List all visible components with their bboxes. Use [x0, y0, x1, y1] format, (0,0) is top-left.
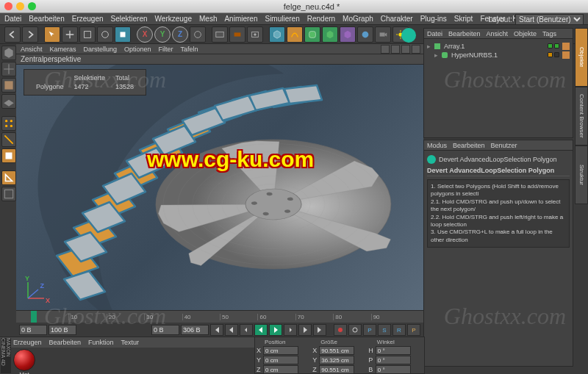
coord-rot-h[interactable] — [376, 346, 411, 355]
menu-animieren[interactable]: Animieren — [224, 15, 257, 23]
mat-menu-textur[interactable]: Textur — [121, 339, 140, 346]
tab-struktur[interactable]: Struktur — [575, 145, 588, 204]
attr-menu-modus[interactable]: Modus — [427, 142, 447, 149]
obj-menu-ansicht[interactable]: Ansicht — [487, 30, 509, 37]
tl-current-frame[interactable] — [151, 325, 179, 335]
prev-key-button[interactable] — [225, 324, 238, 336]
vp-nav-grid-icon[interactable] — [412, 45, 420, 54]
timeline-ruler[interactable]: 0 10 20 30 40 50 60 70 80 90 — [16, 311, 423, 323]
visibility-dots[interactable] — [546, 43, 559, 50]
menu-rendern[interactable]: Rendern — [307, 15, 335, 23]
record-button[interactable] — [334, 324, 347, 336]
menu-mograph[interactable]: MoGraph — [343, 15, 373, 23]
attr-menu-bearbeiten[interactable]: Bearbeiten — [453, 142, 485, 149]
coord-rot-b[interactable] — [376, 365, 411, 374]
environment-button[interactable] — [357, 26, 373, 43]
scale-tool-button[interactable] — [79, 26, 96, 43]
obj-menu-bearbeiten[interactable]: Bearbeiten — [448, 30, 481, 37]
key-rot-button[interactable]: R — [392, 324, 406, 336]
generator-button[interactable] — [322, 26, 338, 43]
tree-item-array[interactable]: ▸ Array.1 — [427, 42, 570, 51]
coord-pos-x[interactable] — [263, 346, 298, 355]
texture-mode-button[interactable] — [1, 78, 16, 93]
attr-menu-benutzer[interactable]: Benutzer — [491, 142, 517, 149]
goto-end-button[interactable] — [313, 324, 326, 336]
vp-menu-filter[interactable]: Filter — [159, 46, 173, 53]
undo-button[interactable] — [4, 26, 21, 43]
vp-menu-darstellung[interactable]: Darstellung — [84, 46, 118, 53]
recent-tool-button[interactable] — [115, 26, 131, 43]
z-axis-button[interactable]: Z — [172, 26, 188, 43]
coord-size-z[interactable] — [319, 365, 354, 374]
autokey-button[interactable] — [348, 324, 362, 336]
polygon-mode-button[interactable] — [1, 148, 16, 163]
snap-button[interactable] — [1, 187, 16, 201]
move-tool-button[interactable] — [62, 26, 78, 43]
layout-dropdown[interactable]: Start (Benutzer) — [515, 14, 584, 25]
vp-menu-optionen[interactable]: Optionen — [124, 46, 151, 53]
menu-werkzeuge[interactable]: Werkzeuge — [155, 15, 192, 23]
edge-mode-button[interactable] — [1, 132, 16, 147]
coords-button[interactable] — [190, 26, 206, 43]
minimize-window-button[interactable] — [16, 2, 24, 10]
render-settings-button[interactable] — [247, 26, 263, 43]
tab-content-browser[interactable]: Content Browser — [575, 87, 588, 145]
key-param-button[interactable]: P — [407, 324, 420, 336]
coord-rot-p[interactable] — [376, 356, 411, 364]
zoom-window-button[interactable] — [28, 2, 36, 10]
mat-menu-bearbeiten[interactable]: Bearbeiten — [49, 339, 82, 346]
vp-nav-rotate-icon[interactable] — [401, 45, 410, 54]
visibility-dots[interactable] — [546, 51, 559, 59]
menu-erzeugen[interactable]: Erzeugen — [72, 15, 104, 23]
axis-button[interactable] — [1, 170, 16, 185]
workplane-mode-button[interactable] — [1, 94, 16, 109]
tl-end-frame[interactable] — [49, 325, 76, 335]
vp-menu-tafeln[interactable]: Tafeln — [181, 46, 198, 53]
tl-total-frame[interactable] — [181, 325, 209, 335]
material-preview[interactable] — [13, 349, 35, 371]
next-frame-button[interactable] — [284, 324, 297, 336]
render-view-button[interactable] — [212, 26, 228, 43]
coord-pos-z[interactable] — [263, 365, 298, 374]
menu-datei[interactable]: Datei — [4, 15, 21, 23]
menu-skript[interactable]: Skript — [454, 15, 473, 23]
select-tool-button[interactable] — [44, 26, 60, 43]
goto-start-button[interactable] — [210, 324, 223, 336]
menu-mesh[interactable]: Mesh — [199, 15, 217, 23]
object-mode-button[interactable] — [1, 62, 16, 76]
viewport-3d[interactable]: Y X Z — [16, 65, 423, 310]
menu-selektieren[interactable]: Selektieren — [111, 15, 148, 23]
tag-icon[interactable] — [562, 43, 570, 50]
deformer-button[interactable] — [340, 26, 356, 43]
mat-menu-erzeugen[interactable]: Erzeugen — [13, 339, 42, 346]
coord-pos-y[interactable] — [263, 356, 298, 364]
tag-icon[interactable] — [562, 51, 570, 59]
vp-nav-pan-icon[interactable] — [381, 45, 390, 54]
model-mode-button[interactable] — [1, 46, 16, 60]
point-mode-button[interactable] — [1, 116, 16, 131]
play-back-button[interactable] — [254, 324, 268, 336]
nurbs-button[interactable] — [304, 26, 320, 43]
play-button[interactable] — [269, 324, 282, 336]
obj-menu-datei[interactable]: Datei — [427, 30, 442, 37]
vp-menu-kameras[interactable]: Kameras — [50, 46, 76, 53]
x-axis-button[interactable]: X — [137, 26, 153, 43]
spline-button[interactable] — [287, 26, 303, 43]
vp-nav-zoom-icon[interactable] — [391, 45, 400, 54]
redo-button[interactable] — [22, 26, 38, 43]
coord-size-y[interactable] — [319, 356, 354, 364]
timeline-scrubber[interactable] — [31, 311, 37, 323]
menu-plugins[interactable]: Plug-ins — [420, 15, 447, 23]
tab-objekte[interactable]: Objekte — [575, 28, 588, 87]
coord-size-x[interactable] — [319, 346, 354, 355]
tl-start-frame[interactable] — [19, 325, 47, 335]
mat-menu-funktion[interactable]: Funktion — [88, 339, 114, 346]
key-scale-button[interactable]: S — [378, 324, 391, 336]
camera-button[interactable] — [375, 26, 391, 43]
obj-menu-tags[interactable]: Tags — [542, 30, 556, 37]
primitive-cube-button[interactable] — [269, 26, 285, 43]
menu-bearbeiten[interactable]: Bearbeiten — [29, 15, 64, 23]
y-axis-button[interactable]: Y — [154, 26, 171, 43]
tree-item-hypernurbs[interactable]: ▸ HyperNURBS.1 — [427, 51, 570, 60]
material-name[interactable]: Mat — [13, 371, 35, 374]
